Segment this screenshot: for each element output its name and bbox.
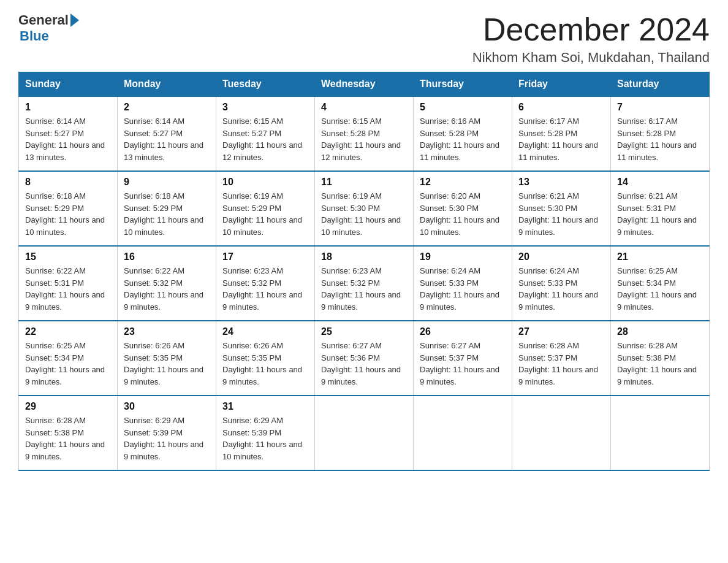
day-cell: 27 Sunrise: 6:28 AM Sunset: 5:37 PM Dayl… xyxy=(512,321,611,396)
day-number: 2 xyxy=(124,102,210,113)
day-info: Sunrise: 6:24 AM Sunset: 5:33 PM Dayligh… xyxy=(518,265,604,313)
day-info: Sunrise: 6:28 AM Sunset: 5:38 PM Dayligh… xyxy=(617,340,703,388)
day-number: 30 xyxy=(124,401,210,412)
day-number: 20 xyxy=(518,251,604,262)
day-cell: 23 Sunrise: 6:26 AM Sunset: 5:35 PM Dayl… xyxy=(118,321,216,396)
day-cell xyxy=(315,396,414,470)
day-number: 6 xyxy=(518,102,604,113)
day-cell: 14 Sunrise: 6:21 AM Sunset: 5:31 PM Dayl… xyxy=(611,171,710,246)
day-number: 15 xyxy=(25,251,111,262)
calendar-header-row: SundayMondayTuesdayWednesdayThursdayFrid… xyxy=(19,72,710,97)
day-number: 29 xyxy=(25,401,111,412)
day-info: Sunrise: 6:14 AM Sunset: 5:27 PM Dayligh… xyxy=(25,115,111,163)
day-cell: 18 Sunrise: 6:23 AM Sunset: 5:32 PM Dayl… xyxy=(315,246,414,321)
day-info: Sunrise: 6:21 AM Sunset: 5:30 PM Dayligh… xyxy=(518,190,604,238)
day-info: Sunrise: 6:14 AM Sunset: 5:27 PM Dayligh… xyxy=(124,115,210,163)
day-cell: 7 Sunrise: 6:17 AM Sunset: 5:28 PM Dayli… xyxy=(611,96,710,171)
day-info: Sunrise: 6:18 AM Sunset: 5:29 PM Dayligh… xyxy=(124,190,210,238)
day-cell: 6 Sunrise: 6:17 AM Sunset: 5:28 PM Dayli… xyxy=(512,96,611,171)
calendar-table: SundayMondayTuesdayWednesdayThursdayFrid… xyxy=(18,72,710,471)
week-row-1: 1 Sunrise: 6:14 AM Sunset: 5:27 PM Dayli… xyxy=(19,96,710,171)
day-info: Sunrise: 6:28 AM Sunset: 5:38 PM Dayligh… xyxy=(25,415,111,462)
day-number: 25 xyxy=(321,326,407,337)
header-sunday: Sunday xyxy=(19,72,118,97)
day-info: Sunrise: 6:29 AM Sunset: 5:39 PM Dayligh… xyxy=(222,415,308,462)
day-cell: 31 Sunrise: 6:29 AM Sunset: 5:39 PM Dayl… xyxy=(216,396,315,470)
day-cell: 4 Sunrise: 6:15 AM Sunset: 5:28 PM Dayli… xyxy=(315,96,414,171)
day-number: 9 xyxy=(124,177,210,188)
day-cell: 26 Sunrise: 6:27 AM Sunset: 5:37 PM Dayl… xyxy=(414,321,512,396)
day-number: 8 xyxy=(25,177,111,188)
day-info: Sunrise: 6:15 AM Sunset: 5:27 PM Dayligh… xyxy=(222,115,308,163)
day-number: 10 xyxy=(222,177,308,188)
day-cell xyxy=(611,396,710,470)
day-info: Sunrise: 6:23 AM Sunset: 5:32 PM Dayligh… xyxy=(321,265,407,313)
page-header: General Blue December 2024 Nikhom Kham S… xyxy=(18,12,710,66)
day-info: Sunrise: 6:19 AM Sunset: 5:29 PM Dayligh… xyxy=(222,190,308,238)
day-number: 12 xyxy=(420,177,506,188)
day-info: Sunrise: 6:26 AM Sunset: 5:35 PM Dayligh… xyxy=(222,340,308,388)
day-cell: 9 Sunrise: 6:18 AM Sunset: 5:29 PM Dayli… xyxy=(118,171,216,246)
day-number: 11 xyxy=(321,177,407,188)
day-cell: 21 Sunrise: 6:25 AM Sunset: 5:34 PM Dayl… xyxy=(611,246,710,321)
day-info: Sunrise: 6:21 AM Sunset: 5:31 PM Dayligh… xyxy=(617,190,703,238)
day-number: 1 xyxy=(25,102,111,113)
day-number: 14 xyxy=(617,177,703,188)
day-cell: 24 Sunrise: 6:26 AM Sunset: 5:35 PM Dayl… xyxy=(216,321,315,396)
day-info: Sunrise: 6:29 AM Sunset: 5:39 PM Dayligh… xyxy=(124,415,210,462)
header-wednesday: Wednesday xyxy=(315,72,414,97)
day-cell: 10 Sunrise: 6:19 AM Sunset: 5:29 PM Dayl… xyxy=(216,171,315,246)
day-number: 17 xyxy=(222,251,308,262)
day-number: 4 xyxy=(321,102,407,113)
day-info: Sunrise: 6:15 AM Sunset: 5:28 PM Dayligh… xyxy=(321,115,407,163)
day-cell: 1 Sunrise: 6:14 AM Sunset: 5:27 PM Dayli… xyxy=(19,96,118,171)
header-thursday: Thursday xyxy=(414,72,512,97)
day-number: 7 xyxy=(617,102,703,113)
week-row-2: 8 Sunrise: 6:18 AM Sunset: 5:29 PM Dayli… xyxy=(19,171,710,246)
day-cell: 15 Sunrise: 6:22 AM Sunset: 5:31 PM Dayl… xyxy=(19,246,118,321)
day-info: Sunrise: 6:20 AM Sunset: 5:30 PM Dayligh… xyxy=(420,190,506,238)
day-cell: 3 Sunrise: 6:15 AM Sunset: 5:27 PM Dayli… xyxy=(216,96,315,171)
day-info: Sunrise: 6:23 AM Sunset: 5:32 PM Dayligh… xyxy=(222,265,308,313)
location-title: Nikhom Kham Soi, Mukdahan, Thailand xyxy=(472,50,710,66)
week-row-4: 22 Sunrise: 6:25 AM Sunset: 5:34 PM Dayl… xyxy=(19,321,710,396)
day-number: 23 xyxy=(124,326,210,337)
day-info: Sunrise: 6:26 AM Sunset: 5:35 PM Dayligh… xyxy=(124,340,210,388)
day-number: 27 xyxy=(518,326,604,337)
day-info: Sunrise: 6:22 AM Sunset: 5:31 PM Dayligh… xyxy=(25,265,111,313)
month-title: December 2024 xyxy=(472,12,710,47)
day-cell xyxy=(414,396,512,470)
day-cell: 22 Sunrise: 6:25 AM Sunset: 5:34 PM Dayl… xyxy=(19,321,118,396)
logo-triangle-icon xyxy=(70,13,79,27)
logo-text-blue: Blue xyxy=(20,28,49,44)
day-number: 5 xyxy=(420,102,506,113)
day-cell xyxy=(512,396,611,470)
day-number: 24 xyxy=(222,326,308,337)
day-number: 22 xyxy=(25,326,111,337)
day-info: Sunrise: 6:17 AM Sunset: 5:28 PM Dayligh… xyxy=(617,115,703,163)
week-row-5: 29 Sunrise: 6:28 AM Sunset: 5:38 PM Dayl… xyxy=(19,396,710,470)
day-info: Sunrise: 6:17 AM Sunset: 5:28 PM Dayligh… xyxy=(518,115,604,163)
day-cell: 25 Sunrise: 6:27 AM Sunset: 5:36 PM Dayl… xyxy=(315,321,414,396)
day-info: Sunrise: 6:25 AM Sunset: 5:34 PM Dayligh… xyxy=(617,265,703,313)
day-info: Sunrise: 6:19 AM Sunset: 5:30 PM Dayligh… xyxy=(321,190,407,238)
logo: General Blue xyxy=(18,12,79,44)
day-cell: 28 Sunrise: 6:28 AM Sunset: 5:38 PM Dayl… xyxy=(611,321,710,396)
day-cell: 29 Sunrise: 6:28 AM Sunset: 5:38 PM Dayl… xyxy=(19,396,118,470)
day-info: Sunrise: 6:27 AM Sunset: 5:36 PM Dayligh… xyxy=(321,340,407,388)
logo-text-general: General xyxy=(18,12,69,28)
day-cell: 17 Sunrise: 6:23 AM Sunset: 5:32 PM Dayl… xyxy=(216,246,315,321)
week-row-3: 15 Sunrise: 6:22 AM Sunset: 5:31 PM Dayl… xyxy=(19,246,710,321)
day-cell: 20 Sunrise: 6:24 AM Sunset: 5:33 PM Dayl… xyxy=(512,246,611,321)
day-cell: 19 Sunrise: 6:24 AM Sunset: 5:33 PM Dayl… xyxy=(414,246,512,321)
day-cell: 16 Sunrise: 6:22 AM Sunset: 5:32 PM Dayl… xyxy=(118,246,216,321)
day-info: Sunrise: 6:24 AM Sunset: 5:33 PM Dayligh… xyxy=(420,265,506,313)
day-number: 13 xyxy=(518,177,604,188)
title-section: December 2024 Nikhom Kham Soi, Mukdahan,… xyxy=(472,12,710,66)
day-info: Sunrise: 6:27 AM Sunset: 5:37 PM Dayligh… xyxy=(420,340,506,388)
day-info: Sunrise: 6:22 AM Sunset: 5:32 PM Dayligh… xyxy=(124,265,210,313)
day-cell: 5 Sunrise: 6:16 AM Sunset: 5:28 PM Dayli… xyxy=(414,96,512,171)
header-tuesday: Tuesday xyxy=(216,72,315,97)
day-number: 21 xyxy=(617,251,703,262)
day-cell: 8 Sunrise: 6:18 AM Sunset: 5:29 PM Dayli… xyxy=(19,171,118,246)
